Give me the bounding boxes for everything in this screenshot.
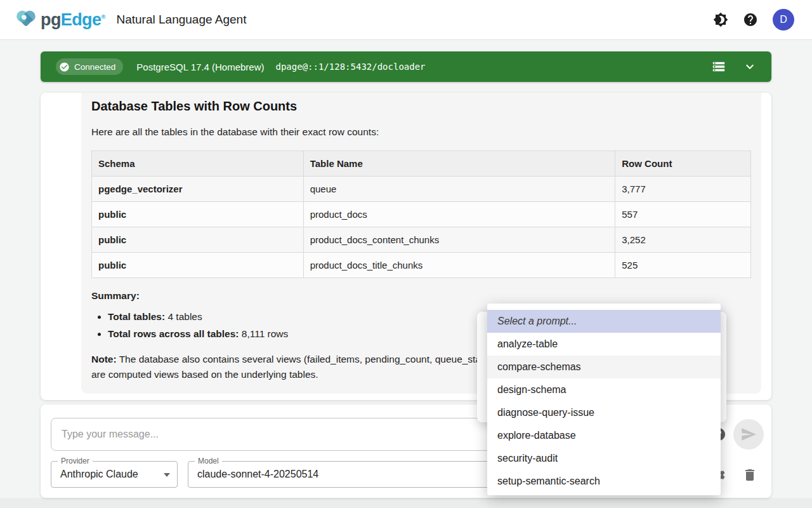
cell-row-count: 3,777 <box>615 177 751 202</box>
menu-item-design-schema[interactable]: design-schema <box>487 378 721 401</box>
server-version: PostgreSQL 17.4 (Homebrew) <box>136 62 264 72</box>
trash-icon <box>742 467 757 483</box>
bottom-strip <box>0 498 812 508</box>
model-label: Model <box>195 457 222 465</box>
clear-conversation-button[interactable] <box>741 466 759 484</box>
menu-item-explore-database[interactable]: explore-database <box>487 424 721 447</box>
menu-item-setup-semantic-search[interactable]: setup-semantic-search <box>487 470 721 493</box>
column-header-table-name: Table Name <box>303 151 615 177</box>
brightness-icon <box>713 12 728 27</box>
page-title: Natural Language Agent <box>116 13 246 27</box>
send-button[interactable] <box>733 419 764 450</box>
app-header: pgEdge® Natural Language Agent D <box>0 0 812 40</box>
server-list-icon <box>712 60 726 74</box>
send-icon <box>740 426 757 443</box>
connection-status-badge: Connected <box>56 58 123 75</box>
connection-bar: Connected PostgreSQL 17.4 (Homebrew) dpa… <box>41 51 771 82</box>
message-heading: Database Tables with Row Counts <box>91 95 751 114</box>
cell-table-name: queue <box>303 177 615 202</box>
check-circle-icon <box>59 62 70 72</box>
cell-schema: public <box>92 202 304 227</box>
cell-schema: public <box>92 227 304 253</box>
user-avatar[interactable]: D <box>773 9 794 30</box>
prompt-select-menu: Select a prompt... analyze-table compare… <box>487 304 721 495</box>
table-row: public product_docs_content_chunks 3,252 <box>92 227 751 253</box>
chevron-down-icon <box>742 59 757 74</box>
pgedge-wordmark: pgEdge® <box>41 10 105 30</box>
pgedge-heart-icon <box>14 8 38 32</box>
menu-item-security-audit[interactable]: security-audit <box>487 447 721 470</box>
cell-schema: pgedge_vectorizer <box>92 177 304 202</box>
table-row: public product_docs_title_chunks 525 <box>92 253 751 278</box>
help-button[interactable] <box>743 12 758 27</box>
table-header-row: Schema Table Name Row Count <box>92 151 751 177</box>
pgedge-logo: pgEdge® <box>14 8 105 32</box>
dark-mode-toggle[interactable] <box>713 12 728 27</box>
menu-item-placeholder[interactable]: Select a prompt... <box>487 310 721 333</box>
cell-row-count: 525 <box>615 253 751 278</box>
provider-label: Provider <box>58 457 93 465</box>
menu-item-diagnose-query-issue[interactable]: diagnose-query-issue <box>487 401 721 424</box>
cell-row-count: 3,252 <box>615 227 751 253</box>
connection-list-button[interactable] <box>711 59 726 74</box>
caret-down-icon <box>164 473 170 477</box>
provider-select[interactable]: Provider Anthropic Claude <box>51 461 178 488</box>
connection-status-text: Connected <box>74 62 115 72</box>
db-tables-table: Schema Table Name Row Count pgedge_vecto… <box>91 150 751 278</box>
connection-dsn: dpage@::1/128:5432/docloader <box>276 62 426 72</box>
menu-item-compare-schemas[interactable]: compare-schemas <box>487 356 721 378</box>
cell-schema: public <box>92 253 304 278</box>
column-header-schema: Schema <box>92 151 304 177</box>
connection-expand-button[interactable] <box>742 59 757 74</box>
message-intro: Here are all the tables in the database … <box>91 126 751 138</box>
cell-row-count: 557 <box>615 202 751 227</box>
header-actions: D <box>713 9 794 30</box>
column-header-row-count: Row Count <box>615 151 751 177</box>
help-icon <box>743 12 758 27</box>
table-row: public product_docs 557 <box>92 202 751 227</box>
connection-bar-actions <box>711 59 757 74</box>
summary-heading: Summary: <box>91 290 751 302</box>
menu-item-analyze-table[interactable]: analyze-table <box>487 333 721 356</box>
table-row: pgedge_vectorizer queue 3,777 <box>92 177 751 202</box>
cell-table-name: product_docs_title_chunks <box>303 253 615 278</box>
cell-table-name: product_docs_content_chunks <box>303 227 615 253</box>
cell-table-name: product_docs <box>303 202 615 227</box>
provider-value: Anthropic Claude <box>51 462 177 487</box>
